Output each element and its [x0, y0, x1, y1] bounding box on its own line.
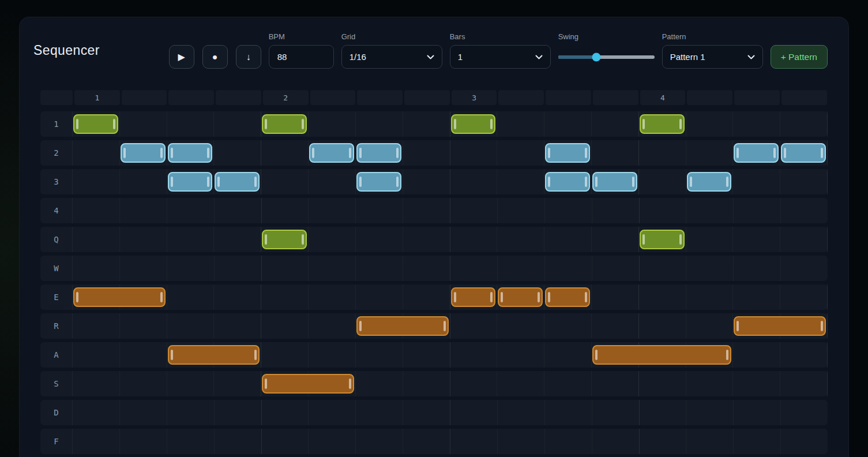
step-cell[interactable]	[450, 342, 498, 368]
step-cell[interactable]	[309, 198, 356, 223]
step-cell[interactable]	[262, 256, 309, 281]
step-cell[interactable]	[403, 140, 450, 166]
step-cell[interactable]	[686, 371, 734, 396]
step-cell[interactable]	[450, 313, 498, 339]
step-cell[interactable]	[356, 256, 403, 281]
step-cell[interactable]	[497, 227, 544, 252]
note-block[interactable]	[309, 143, 354, 163]
step-cell[interactable]	[450, 371, 498, 396]
step-cell[interactable]	[215, 256, 262, 281]
step-cell[interactable]	[686, 198, 734, 223]
step-cell[interactable]	[497, 169, 544, 194]
step-cell[interactable]	[592, 140, 639, 166]
note-block[interactable]	[73, 287, 166, 307]
step-cell[interactable]	[262, 400, 309, 425]
step-cell[interactable]	[450, 227, 498, 252]
step-cell[interactable]	[497, 140, 544, 166]
step-cell[interactable]	[498, 429, 545, 454]
step-cell[interactable]	[167, 227, 215, 252]
step-cell[interactable]	[544, 371, 592, 396]
step-cell[interactable]	[167, 256, 215, 281]
step-cell[interactable]	[120, 400, 167, 425]
step-cell[interactable]	[592, 313, 639, 339]
step-cell[interactable]	[167, 284, 215, 310]
step-cell[interactable]	[592, 227, 639, 252]
step-cell[interactable]	[450, 400, 498, 425]
note-block[interactable]	[545, 287, 590, 307]
bars-select[interactable]: 1	[450, 45, 551, 69]
note-block[interactable]	[356, 316, 449, 336]
add-pattern-button[interactable]: + Pattern	[771, 45, 828, 69]
step-cell[interactable]	[73, 198, 120, 223]
step-cell[interactable]	[733, 169, 780, 194]
step-cell[interactable]	[214, 140, 261, 166]
step-cell[interactable]	[214, 111, 261, 137]
step-cell[interactable]	[403, 198, 450, 223]
step-cell[interactable]	[403, 371, 450, 396]
step-cell[interactable]	[734, 429, 781, 454]
step-cell[interactable]	[356, 371, 403, 396]
step-cell[interactable]	[215, 198, 262, 223]
step-cell[interactable]	[733, 111, 780, 137]
step-cell[interactable]	[167, 111, 215, 137]
step-cell[interactable]	[497, 342, 544, 368]
step-cell[interactable]	[592, 400, 640, 425]
step-cell[interactable]	[781, 256, 828, 281]
step-cell[interactable]	[686, 256, 734, 281]
step-cell[interactable]	[356, 400, 403, 425]
step-cell[interactable]	[73, 256, 120, 281]
step-cell[interactable]	[120, 198, 167, 223]
step-cell[interactable]	[214, 371, 261, 396]
step-cell[interactable]	[120, 313, 167, 339]
step-cell[interactable]	[403, 400, 450, 425]
step-cell[interactable]	[686, 313, 734, 339]
step-cell[interactable]	[640, 198, 687, 223]
step-cell[interactable]	[261, 284, 309, 310]
step-cell[interactable]	[73, 342, 120, 368]
step-cell[interactable]	[686, 284, 734, 310]
step-cell[interactable]	[781, 400, 828, 425]
step-cell[interactable]	[403, 111, 450, 137]
step-cell[interactable]	[497, 371, 544, 396]
step-cell[interactable]	[640, 400, 687, 425]
note-block[interactable]	[121, 143, 166, 163]
step-cell[interactable]	[686, 400, 734, 425]
step-cell[interactable]	[73, 227, 120, 252]
bpm-input[interactable]	[269, 45, 334, 69]
note-block[interactable]	[640, 230, 685, 249]
note-block[interactable]	[687, 172, 732, 192]
step-cell[interactable]	[309, 342, 356, 368]
step-cell[interactable]	[167, 313, 215, 339]
note-block[interactable]	[734, 316, 826, 336]
step-cell[interactable]	[167, 198, 215, 223]
step-cell[interactable]	[403, 256, 450, 281]
step-cell[interactable]	[356, 111, 403, 137]
note-block[interactable]	[168, 172, 213, 192]
step-cell[interactable]	[780, 342, 828, 368]
step-cell[interactable]	[639, 169, 686, 194]
step-cell[interactable]	[403, 284, 450, 310]
step-cell[interactable]	[356, 284, 403, 310]
step-cell[interactable]	[120, 256, 167, 281]
step-cell[interactable]	[120, 371, 167, 396]
step-cell[interactable]	[261, 140, 309, 166]
download-button[interactable]: ↓	[236, 45, 261, 69]
note-block[interactable]	[545, 143, 590, 163]
step-cell[interactable]	[215, 429, 262, 454]
step-cell[interactable]	[309, 284, 356, 310]
step-cell[interactable]	[120, 169, 167, 194]
step-cell[interactable]	[781, 429, 828, 454]
step-cell[interactable]	[356, 429, 403, 454]
step-cell[interactable]	[686, 227, 734, 252]
step-cell[interactable]	[544, 313, 592, 339]
step-cell[interactable]	[780, 169, 828, 194]
step-cell[interactable]	[309, 400, 356, 425]
step-cell[interactable]	[592, 429, 640, 454]
note-block[interactable]	[356, 172, 401, 192]
step-cell[interactable]	[403, 342, 450, 368]
note-block[interactable]	[451, 114, 496, 134]
step-cell[interactable]	[167, 371, 215, 396]
step-cell[interactable]	[215, 400, 262, 425]
step-cell[interactable]	[450, 140, 498, 166]
step-cell[interactable]	[309, 429, 356, 454]
